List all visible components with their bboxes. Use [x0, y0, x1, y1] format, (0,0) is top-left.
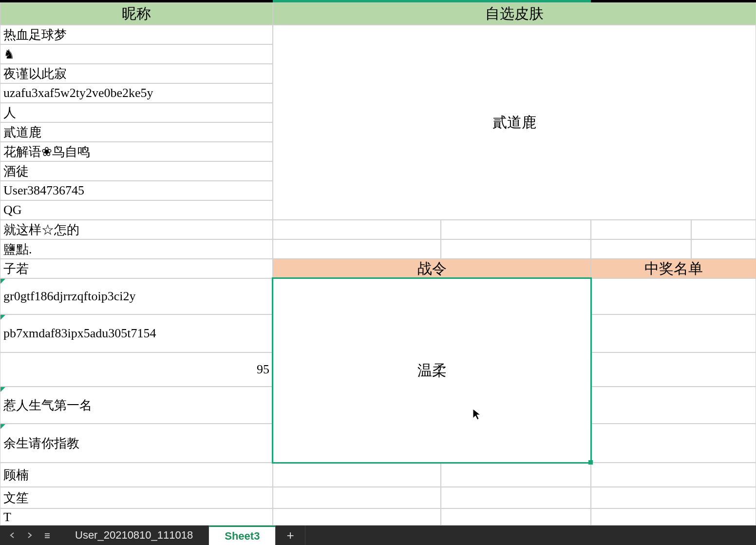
sheet-tab-sheet3[interactable]: Sheet3	[209, 526, 276, 545]
col-header-winnerlist[interactable]: 中奖名单	[591, 259, 756, 278]
table-row[interactable]: 人	[0, 103, 273, 122]
empty-cell[interactable]	[441, 508, 591, 526]
sheet-tab-bar: User_20210810_111018 Sheet3 +	[0, 526, 756, 545]
skin-winner-cell[interactable]: 貳道鹿	[273, 25, 756, 220]
empty-cell[interactable]	[591, 220, 691, 239]
empty-cell[interactable]	[441, 239, 591, 259]
svg-rect-2	[45, 537, 50, 538]
empty-cell[interactable]	[273, 239, 441, 259]
table-row[interactable]: ♞	[0, 44, 273, 64]
empty-cell[interactable]	[273, 463, 441, 487]
empty-cell[interactable]	[591, 487, 756, 508]
table-row[interactable]: 夜谨以此寂	[0, 64, 273, 83]
add-sheet-button[interactable]: +	[276, 526, 305, 545]
empty-cell[interactable]	[591, 352, 756, 387]
col-header-skin[interactable]: 自选皮肤	[273, 2, 756, 25]
table-row[interactable]: 子若	[0, 259, 273, 278]
tab-nav-prev-icon[interactable]	[7, 530, 18, 541]
table-row[interactable]: 热血足球梦	[0, 25, 273, 44]
empty-cell[interactable]	[591, 278, 756, 314]
empty-cell[interactable]	[591, 463, 756, 487]
table-row[interactable]: 余生请你指教	[0, 424, 273, 463]
table-row[interactable]: T	[0, 508, 273, 526]
empty-cell[interactable]	[441, 487, 591, 508]
tab-nav-list-icon[interactable]	[42, 530, 53, 541]
svg-rect-0	[45, 533, 50, 534]
table-row[interactable]: User384736745	[0, 181, 273, 200]
table-row[interactable]: 花解语❀鸟自鸣	[0, 142, 273, 161]
empty-cell[interactable]	[591, 387, 756, 424]
empty-cell[interactable]	[273, 508, 441, 526]
table-row[interactable]: 酒徒	[0, 161, 273, 181]
empty-cell[interactable]	[273, 487, 441, 508]
empty-cell[interactable]	[273, 220, 441, 239]
empty-cell[interactable]	[591, 314, 756, 352]
table-row[interactable]: pb7xmdaf83ipx5adu305t7154	[0, 314, 273, 352]
table-row[interactable]: QG	[0, 200, 273, 220]
empty-cell[interactable]	[691, 220, 756, 239]
empty-cell[interactable]	[591, 508, 756, 526]
empty-cell[interactable]	[591, 424, 756, 463]
table-row[interactable]: uzafu3xaf5w2ty2ve0be2ke5y	[0, 83, 273, 103]
col-header-zhangling[interactable]: 战令	[273, 259, 591, 278]
empty-cell[interactable]	[691, 239, 756, 259]
zhangling-winner-cell[interactable]: 温柔	[273, 278, 591, 463]
empty-cell[interactable]	[441, 463, 591, 487]
tab-nav-next-icon[interactable]	[24, 530, 35, 541]
table-row[interactable]: 文笙	[0, 487, 273, 508]
sheet-tab-user[interactable]: User_20210810_111018	[59, 526, 209, 545]
table-row[interactable]: 就这样☆怎的	[0, 220, 273, 239]
table-row[interactable]: 鹽點.	[0, 239, 273, 259]
table-row[interactable]: 貳道鹿	[0, 122, 273, 142]
svg-rect-1	[45, 535, 50, 536]
empty-cell[interactable]	[591, 239, 691, 259]
table-row[interactable]: 顾楠	[0, 463, 273, 487]
col-header-nickname[interactable]: 昵称	[0, 2, 273, 25]
table-row[interactable]: gr0gtf186djrrzqftoip3ci2y	[0, 278, 273, 314]
table-row[interactable]: 95	[0, 352, 273, 387]
empty-cell[interactable]	[441, 220, 591, 239]
table-row[interactable]: 惹人生气第一名	[0, 387, 273, 424]
